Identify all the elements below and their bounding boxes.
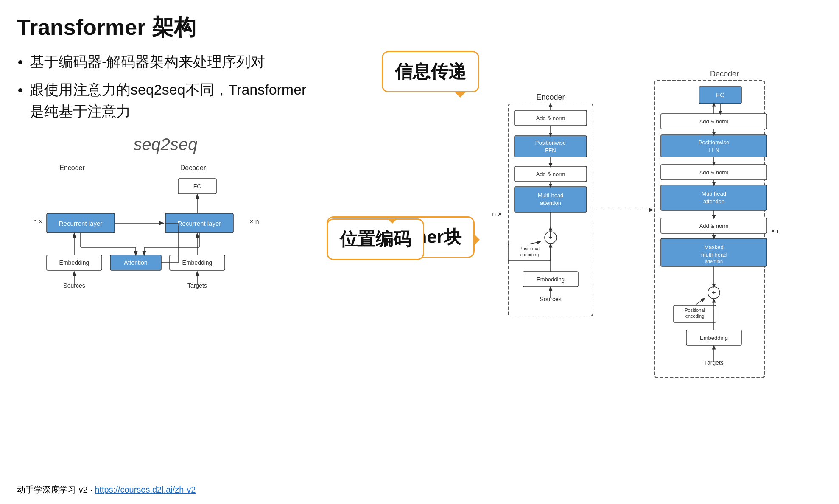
bullet-2: 跟使用注意力的seq2seq不同，Transformer是纯基于注意力 <box>30 79 314 122</box>
svg-text:FC: FC <box>193 183 201 190</box>
svg-text:Attention: Attention <box>124 259 147 266</box>
svg-text:Decoder: Decoder <box>180 164 206 171</box>
svg-line-90 <box>695 299 704 305</box>
svg-text:encoding: encoding <box>685 314 705 319</box>
bubble-info-pass: 信息传递 <box>382 51 479 92</box>
svg-text:Encoder: Encoder <box>536 93 565 101</box>
svg-text:Masked: Masked <box>704 244 724 250</box>
seq2seq-label: seq2seq <box>17 135 314 154</box>
bubble-position-enc: 位置编码 <box>327 218 424 260</box>
svg-rect-38 <box>515 136 587 157</box>
svg-text:multi-head: multi-head <box>701 252 727 258</box>
left-panel: 基于编码器-解码器架构来处理序列对 跟使用注意力的seq2seq不同，Trans… <box>17 51 314 302</box>
svg-text:Positionwise: Positionwise <box>535 140 566 146</box>
svg-text:FFN: FFN <box>708 147 719 153</box>
bullet-1: 基于编码器-解码器架构来处理序列对 <box>30 51 314 73</box>
svg-text:Add & norm: Add & norm <box>536 115 565 121</box>
transformer-architecture-svg: Encoder n × Add & norm Positionwise FFN … <box>419 51 822 496</box>
svg-text:Add & norm: Add & norm <box>699 223 729 229</box>
svg-text:Embedding: Embedding <box>59 259 89 266</box>
svg-rect-76 <box>661 185 767 210</box>
svg-text:attention: attention <box>540 200 561 206</box>
svg-text:attention: attention <box>703 198 724 204</box>
svg-text:Add & norm: Add & norm <box>536 171 565 177</box>
page-title: Transformer 架构 <box>0 0 839 47</box>
svg-text:FFN: FFN <box>545 147 556 154</box>
svg-text:× n: × n <box>771 227 781 235</box>
svg-text:Add & norm: Add & norm <box>699 118 729 125</box>
svg-text:Muti-head: Muti-head <box>702 190 726 197</box>
bullet-points: 基于编码器-解码器架构来处理序列对 跟使用注意力的seq2seq不同，Trans… <box>17 51 314 122</box>
svg-text:FC: FC <box>716 91 724 98</box>
right-panel: 信息传递 Transformer块 位置编码 Encoder <box>327 51 822 302</box>
svg-text:Positional: Positional <box>519 246 540 251</box>
svg-text:Multi-head: Multi-head <box>538 192 564 199</box>
svg-text:Recurrent layer: Recurrent layer <box>59 220 103 227</box>
footer: 动手学深度学习 v2 · https://courses.d2l.ai/zh-v… <box>17 484 196 496</box>
svg-text:Recurrent layer: Recurrent layer <box>178 220 221 227</box>
footer-link[interactable]: https://courses.d2l.ai/zh-v2 <box>95 485 196 494</box>
svg-text:+: + <box>712 289 716 296</box>
svg-rect-71 <box>661 135 767 157</box>
svg-text:attention: attention <box>705 259 723 264</box>
svg-text:Encoder: Encoder <box>59 164 85 171</box>
svg-text:n ×: n × <box>492 210 502 218</box>
footer-text: 动手学深度学习 v2 · <box>17 485 95 494</box>
svg-text:encoding: encoding <box>520 252 539 257</box>
svg-text:Positionwise: Positionwise <box>699 139 729 146</box>
seq2seq-diagram: Encoder Decoder n × Recurrent layer Embe… <box>25 162 305 302</box>
svg-text:Positional: Positional <box>685 308 705 313</box>
svg-text:Decoder: Decoder <box>710 70 739 78</box>
svg-rect-43 <box>515 187 587 212</box>
svg-text:Embedding: Embedding <box>700 335 728 341</box>
svg-text:Add & norm: Add & norm <box>699 169 729 176</box>
svg-text:Embedding: Embedding <box>537 276 565 283</box>
svg-text:n ×: n × <box>33 218 43 225</box>
svg-text:Embedding: Embedding <box>182 259 213 266</box>
svg-text:× n: × n <box>249 218 259 225</box>
